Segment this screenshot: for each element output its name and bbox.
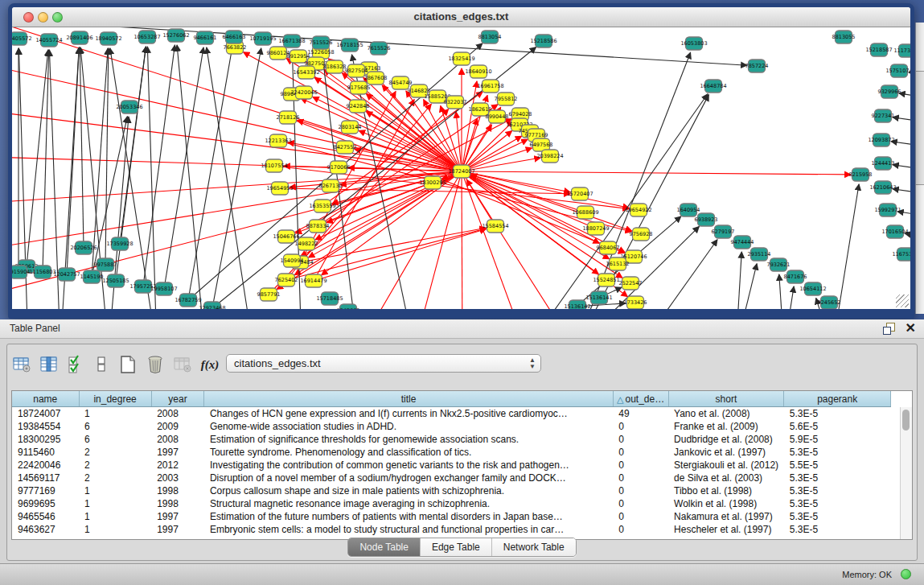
graph-edge: [147, 47, 157, 309]
table-scrollbar[interactable]: [900, 407, 912, 539]
graph-node-label: 7932621: [767, 262, 791, 268]
table-cell: Nakamura et al. (1997): [668, 510, 784, 523]
table-settings-icon[interactable]: [10, 352, 33, 377]
graph-node-label: 15992971: [874, 207, 901, 213]
table-cell: 1998: [151, 497, 204, 510]
table-row[interactable]: 911546021997Tourette syndrome. Phenomeno…: [12, 446, 891, 459]
graph-node-label: 9242848: [347, 103, 370, 109]
column-header-out-degree[interactable]: △out_de…: [613, 391, 668, 407]
graph-node-label: 15136142: [564, 303, 590, 309]
graph-node-label: 18724007: [448, 168, 474, 175]
graph-node-label: 16053803: [680, 40, 707, 47]
table-cell: 0: [613, 420, 668, 433]
table-row[interactable]: 977716911998Corpus callosum shape and si…: [12, 484, 891, 497]
table-cell: 1: [79, 523, 151, 536]
network-canvas[interactable]: 1872400776638229860124891295415226058982…: [12, 27, 910, 309]
graph-node-label: 8471676: [784, 274, 807, 280]
table-scrollbar-thumb[interactable]: [902, 410, 910, 431]
graph-edge: [462, 171, 851, 175]
graph-node-label: 15218587: [865, 47, 892, 53]
graph-node-label: 8990448: [486, 113, 509, 120]
graph-node-label: 8267130: [319, 183, 343, 189]
table-cell: 1997: [151, 523, 204, 536]
citation-graph[interactable]: 1872400776638229860124891295415226058982…: [12, 27, 910, 309]
table-cell: 1998: [151, 484, 204, 497]
table-cell: Jankovic et al. (1997): [668, 446, 784, 459]
column-header-year[interactable]: year: [151, 391, 204, 407]
table-row[interactable]: 2242004622012Investigating the contribut…: [12, 459, 891, 472]
graph-node-label: 15276062: [162, 32, 189, 39]
tab-network-table[interactable]: Network Table: [491, 538, 576, 556]
graph-node-label: 20891406: [66, 35, 92, 41]
table-cell: Changes of HCN gene expression and I(f) …: [204, 407, 613, 421]
table-cell: 18300295: [12, 433, 79, 446]
graph-node-label: 17359928: [106, 241, 133, 247]
table-cell: Disruption of a novel member of a sodium…: [204, 472, 613, 484]
graph-node-label: 19654955: [266, 185, 293, 192]
float-panel-icon[interactable]: [883, 323, 895, 335]
row-boxes-icon[interactable]: [91, 352, 113, 377]
graph-node-label: 9175685: [347, 84, 371, 91]
graph-node-label: 7955812: [495, 96, 518, 102]
table-cell: 2008: [151, 433, 204, 446]
table-cell: 0: [613, 523, 668, 536]
graph-node-label: 8878334: [306, 223, 330, 229]
graph-node-label: 9170066: [327, 164, 351, 171]
table-cell: 2012: [151, 459, 204, 472]
graph-node-label: 8813055: [832, 34, 856, 40]
tab-edge-table[interactable]: Edge Table: [420, 538, 491, 556]
graph-node-label: 12505185: [102, 278, 129, 284]
graph-node-label: 9227341: [872, 113, 895, 119]
table-panel-title: Table Panel: [10, 323, 60, 334]
table-row[interactable]: 946554611997Estimation of the future num…: [12, 510, 891, 523]
graph-node-label: 7663822: [224, 44, 247, 51]
graph-node-label: 12923468: [199, 305, 225, 309]
table-row[interactable]: 1938455462009Genome-wide association stu…: [12, 420, 891, 433]
column-header-in-degree[interactable]: in_degree: [79, 391, 151, 407]
window-resize-grip[interactable]: [896, 295, 909, 307]
table-cell: 6: [79, 420, 151, 433]
select-all-rows-icon[interactable]: [65, 352, 88, 377]
graph-node-label: 16353559: [309, 203, 335, 209]
delete-rows-icon[interactable]: [144, 352, 166, 377]
table-selector[interactable]: citations_edges.txt ▲▼: [226, 354, 541, 373]
graph-node-label: 9684067: [597, 245, 620, 251]
graph-node-label: 15218586: [530, 38, 556, 44]
select-column-icon[interactable]: [38, 352, 60, 377]
network-window-titlebar[interactable]: citations_edges.txt: [12, 7, 910, 27]
table-row[interactable]: 1456911722003Disruption of a novel membe…: [12, 472, 891, 484]
table-row[interactable]: 1872400712008Changes of HCN gene express…: [12, 407, 891, 421]
table-cell: 9465546: [12, 510, 79, 523]
graph-node-label: 15226058: [307, 49, 334, 56]
table-row[interactable]: 946362711997Embryonic stem cells: a mode…: [12, 523, 891, 536]
column-header-title[interactable]: title: [204, 391, 613, 407]
graph-node-label: 18940572: [95, 35, 121, 42]
table-panel-body: f(x) citations_edges.txt ▲▼ name in_degr…: [6, 344, 918, 561]
table-cell: 49: [613, 407, 668, 421]
graph-node-label: 15136141: [585, 295, 612, 301]
table-cell: Tourette syndrome. Phenomenology and cla…: [204, 446, 613, 459]
table-cell: 1: [79, 510, 151, 523]
new-table-icon[interactable]: [117, 352, 139, 377]
graph-node-label: 10688609: [572, 209, 598, 216]
column-header-pagerank[interactable]: pagerank: [784, 391, 891, 407]
graph-node-label: 3915904: [12, 269, 30, 275]
graph-node-label: 7515526: [310, 39, 333, 46]
table-cell: 5.9E-5: [784, 433, 891, 446]
graph-node-label: 16961758: [477, 83, 503, 89]
close-panel-icon[interactable]: ✕: [906, 320, 916, 336]
table-row[interactable]: 1830029562008Estimation of significance …: [12, 433, 891, 446]
graph-node-label: 9322037: [444, 99, 467, 105]
table-cell: 9463627: [12, 523, 79, 536]
table-row[interactable]: 969969511998Structural magnetic resonanc…: [12, 497, 891, 510]
tab-node-table[interactable]: Node Table: [348, 538, 420, 556]
table-header-row[interactable]: name in_degree year title △out_de… short…: [12, 391, 891, 407]
graph-node-label: 20053346: [116, 104, 142, 110]
column-header-name[interactable]: name: [12, 391, 79, 407]
graph-node-label: 1540994: [281, 257, 304, 264]
function-builder-icon[interactable]: f(x): [199, 352, 221, 377]
graph-node-label: 6794028: [509, 111, 532, 117]
column-header-short[interactable]: short: [668, 391, 784, 407]
table-cell: 0: [613, 433, 668, 446]
table-cell: 0: [613, 472, 668, 484]
